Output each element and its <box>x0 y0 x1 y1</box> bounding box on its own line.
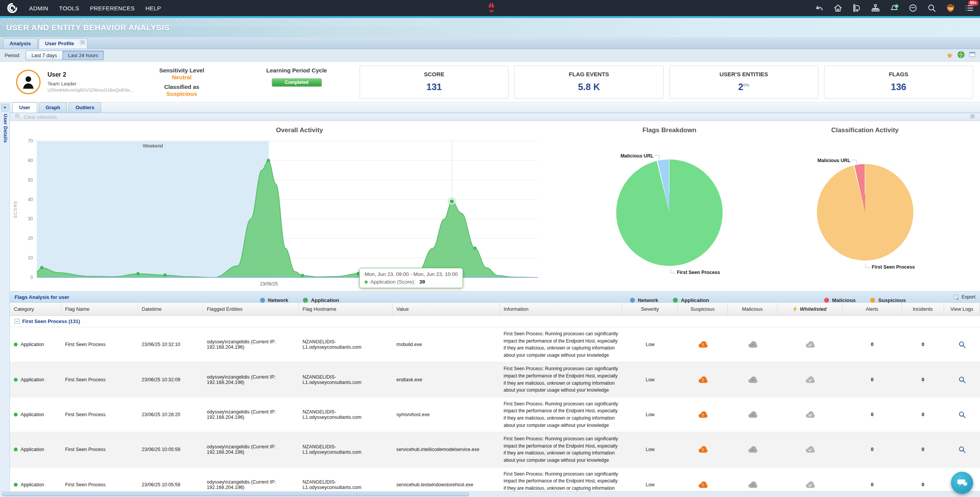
period-last-24-hours-button[interactable]: Last 24 hours <box>63 51 104 60</box>
area-chart-canvas[interactable]: Weekend010203040506070SCORE23/06/25 <box>10 121 589 290</box>
cell-flag-hostname: NZANGELIDIS-L1.odysseyconsultants.com <box>299 327 393 362</box>
legend-network[interactable]: Network <box>260 297 288 303</box>
flags-breakdown-pie[interactable] <box>616 159 723 266</box>
undo-icon[interactable] <box>815 3 824 13</box>
menu-tools[interactable]: TOOLS <box>59 5 79 11</box>
menu-admin[interactable]: ADMIN <box>29 5 48 11</box>
malicious-flag-icon[interactable] <box>728 327 777 362</box>
category-dot-icon <box>14 413 18 417</box>
cell-severity: Low <box>622 327 678 362</box>
window-icon[interactable] <box>969 52 975 59</box>
group-row-first-seen-process[interactable]: − First Seen Process (131) <box>10 316 980 327</box>
collapse-group-icon[interactable]: − <box>15 319 20 324</box>
pie2-legend-malicious-dot <box>824 298 829 303</box>
classification-activity-pie[interactable] <box>817 164 913 261</box>
col-flag-name[interactable]: Flag Name <box>61 303 138 315</box>
tab-user-profile[interactable]: User Profile × <box>39 38 88 49</box>
col-malicious[interactable]: Malicious <box>728 303 777 315</box>
col-severity[interactable]: Severity <box>622 303 678 315</box>
flags-analysis-table: Flags Analysis for user Export Category … <box>10 291 980 497</box>
suspicious-flag-icon[interactable]: ! <box>678 397 728 432</box>
cell-severity: Low <box>622 397 678 432</box>
col-view-logs[interactable]: View Logs <box>944 303 980 315</box>
pie1-legend-network[interactable]: Network <box>630 297 658 303</box>
table-row[interactable]: Application First Seen Process 23/06/25 … <box>10 327 980 362</box>
kpi-score: SCORE 131 <box>360 66 509 98</box>
malicious-flag-icon[interactable] <box>728 432 777 467</box>
clear-selection-button[interactable]: Clear selection <box>24 114 57 120</box>
tooltip-series-label: Application (Score): <box>370 279 416 285</box>
chart-tooltip: Mon, Jun 23, 09:00 - Mon, Jun 23, 10:00 … <box>359 268 463 288</box>
view-logs-icon[interactable] <box>944 432 980 467</box>
malicious-flag-icon[interactable] <box>728 397 777 432</box>
col-flag-hostname[interactable]: Flag Hostname <box>299 303 393 315</box>
flags-breakdown-chart[interactable]: Flags Breakdown Malicious URL First Seen… <box>589 121 750 291</box>
col-whitelisted[interactable]: Whitelisted <box>777 303 843 315</box>
cell-datetime: 23/06/25 10:32:10 <box>138 327 203 362</box>
table-row[interactable]: Application First Seen Process 23/06/25 … <box>10 397 980 432</box>
suspicious-flag-icon[interactable]: ! <box>678 327 728 362</box>
cell-alerts: 0 <box>843 362 902 397</box>
sitemap-icon[interactable] <box>871 3 880 13</box>
table-row[interactable]: Application First Seen Process 23/06/25 … <box>10 432 980 467</box>
pie2-slice-label-first-seen-process: First Seen Process <box>872 264 915 270</box>
whitelisted-flag-icon[interactable] <box>777 397 843 432</box>
view-logs-icon[interactable] <box>944 327 980 362</box>
cell-information: First Seen Process: Running processes ca… <box>500 362 622 397</box>
period-last-7-days-button[interactable]: Last 7 days <box>26 51 63 60</box>
view-logs-icon[interactable] <box>944 362 980 397</box>
col-value[interactable]: Value <box>393 303 500 315</box>
whitelisted-flag-icon[interactable] <box>777 362 843 397</box>
favorite-star-icon[interactable]: ★ <box>947 52 953 59</box>
malicious-flag-icon[interactable] <box>728 362 777 397</box>
horizontal-scrollbar[interactable] <box>0 491 980 497</box>
tab-outliers[interactable]: Outliers <box>69 102 101 113</box>
col-flagged-entities[interactable]: Flagged Entities <box>203 303 299 315</box>
logpoint-logo-icon[interactable] <box>6 2 18 14</box>
globe-icon[interactable] <box>957 51 965 60</box>
col-suspicious[interactable]: Suspicious <box>678 303 728 315</box>
tab-user[interactable]: User <box>12 102 37 113</box>
tab-analysis[interactable]: Analysis <box>3 38 38 49</box>
col-datetime[interactable]: Datetime <box>138 303 203 315</box>
legend-application[interactable]: Application <box>303 297 339 303</box>
close-tab-icon[interactable]: × <box>80 40 85 45</box>
suspicious-flag-icon[interactable]: ! <box>678 432 728 467</box>
legend-application-label: Application <box>311 297 339 303</box>
view-logs-icon[interactable] <box>944 397 980 432</box>
classification-activity-chart[interactable]: Classification Activity Malicious URL Fi… <box>750 121 980 291</box>
col-alerts[interactable]: Alerts <box>843 303 902 315</box>
cell-flagged-entities: odyssey\nzangelidis (Current IP: 192.168… <box>203 432 299 467</box>
threat-shield-icon[interactable]: T3A <box>946 3 955 13</box>
whitelisted-flag-icon[interactable] <box>777 432 843 467</box>
svg-text:0: 0 <box>30 275 33 280</box>
menu-help[interactable]: HELP <box>146 5 161 11</box>
pie1-legend-application[interactable]: Application <box>673 297 709 303</box>
page-title: USER AND ENTITY BEHAVIOR ANALYSIS <box>6 23 170 32</box>
overall-activity-chart[interactable]: Overall Activity Weekend010203040506070S… <box>10 121 589 291</box>
col-incidents[interactable]: Incidents <box>902 303 944 315</box>
menu-preferences[interactable]: PREFERENCES <box>90 5 135 11</box>
search-icon[interactable] <box>927 3 936 13</box>
table-row[interactable]: Application First Seen Process 23/06/25 … <box>10 362 980 397</box>
chart-title: Overall Activity <box>10 126 589 134</box>
notifications-list-icon[interactable]: 99+ <box>965 3 974 13</box>
chart-settings-gear-icon[interactable] <box>970 113 975 121</box>
chat-button[interactable] <box>951 472 973 494</box>
task-history-icon[interactable] <box>852 3 861 13</box>
classified-label: Classified as <box>139 84 225 90</box>
learning-completed-button[interactable]: Completed <box>272 79 322 87</box>
pie2-legend-suspicious-label: Suspicious <box>878 297 906 303</box>
home-icon[interactable] <box>833 3 843 13</box>
whitelisted-flag-icon[interactable] <box>777 327 843 362</box>
pie2-legend-suspicious[interactable]: Suspicious <box>870 297 906 303</box>
tab-graph[interactable]: Graph <box>39 102 67 113</box>
suspicious-flag-icon[interactable]: ! <box>678 362 728 397</box>
alerts-ok-icon[interactable] <box>890 3 899 13</box>
status-face-icon[interactable] <box>908 3 918 13</box>
col-category[interactable]: Category <box>10 303 61 315</box>
col-information[interactable]: Information <box>500 303 622 315</box>
scrollbar-thumb[interactable] <box>2 492 469 496</box>
pie2-legend-malicious[interactable]: Malicious <box>824 297 856 303</box>
expand-sidebar-button[interactable]: » <box>1 104 9 112</box>
